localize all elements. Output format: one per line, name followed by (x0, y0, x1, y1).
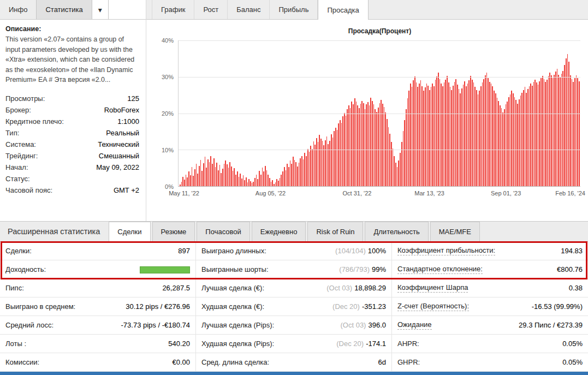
stats-tab-сделки[interactable]: Сделки (109, 222, 150, 241)
cell-value-main: -351.23 (362, 302, 386, 311)
drawdown-bar (513, 93, 514, 186)
drawdown-bar (218, 170, 219, 186)
info-panel: Инфо Статистика ▾ Описание: This version… (0, 0, 146, 221)
x-axis-label: Feb 16, '24 (555, 190, 585, 197)
drawdown-bar (562, 71, 563, 186)
drawdown-bar (438, 73, 439, 186)
drawdown-bar (384, 107, 385, 187)
drawdown-bar (194, 169, 195, 186)
drawdown-bar (184, 180, 185, 186)
x-axis-label: Sep 01, '23 (491, 190, 521, 197)
drawdown-bar (247, 182, 248, 186)
drawdown-bar (332, 138, 334, 186)
stats-tab-ежедневно[interactable]: Ежедневно (252, 222, 306, 241)
drawdown-bar (278, 181, 279, 186)
tab-info[interactable]: Инфо (0, 0, 36, 19)
stats-tab-длительность[interactable]: Длительность (365, 222, 428, 241)
cell-value-main: 100% (368, 247, 386, 255)
drawdown-bar (577, 78, 578, 186)
drawdown-bar (193, 176, 194, 186)
stats-tab-резюме[interactable]: Резюме (152, 222, 195, 241)
drawdown-bar (442, 86, 443, 186)
drawdown-bar (483, 79, 484, 186)
table-cell: Худшая сделка (€):(Dec 20)-351.23 (196, 297, 392, 316)
tab-statistics[interactable]: Статистика (36, 0, 92, 19)
stats-tab-risk-of-ruin[interactable]: Risk of Ruin (307, 222, 363, 241)
chart-tab-баланс[interactable]: Баланс (228, 0, 270, 19)
drawdown-bar (480, 86, 482, 186)
x-axis-label: Mar 13, '23 (414, 190, 444, 197)
chart-tab-прибыль[interactable]: Прибыль (270, 0, 318, 19)
stats-tab-mae-mfe[interactable]: MAE/MFE (430, 222, 480, 241)
x-axis-label: Aug 05, '22 (256, 190, 286, 197)
table-cell: Сред. длина сделка:6d (196, 353, 392, 371)
drawdown-bar (181, 182, 182, 186)
y-axis-label: 20% (152, 110, 174, 117)
drawdown-bar (286, 170, 287, 186)
chart-tab-просадка[interactable]: Просадка (318, 0, 368, 20)
drawdown-bar (447, 76, 448, 186)
info-row: Статус: (0, 173, 146, 184)
cell-label: Средний лосс: (5, 321, 54, 329)
description-text: This version «2.07» contains a group of … (5, 34, 139, 85)
drawdown-bar (326, 136, 328, 186)
chart-title: Просадка(Процент) (178, 27, 581, 35)
drawdown-bar (511, 91, 512, 186)
cell-value-main: 99% (372, 265, 386, 273)
gridline (179, 77, 580, 78)
drawdown-bar (573, 82, 574, 186)
drawdown-bar (533, 82, 534, 186)
drawdown-bar (291, 164, 292, 186)
drawdown-bar (495, 93, 496, 186)
drawdown-bar (265, 166, 266, 186)
drawdown-bar (419, 84, 420, 186)
drawdown-bar (272, 180, 273, 186)
drawdown-bar (549, 73, 550, 186)
drawdown-bar (299, 163, 300, 186)
cell-label: Худшая сделка (Pips): (201, 340, 274, 348)
drawdown-bar (234, 168, 235, 186)
drawdown-bar (182, 177, 183, 186)
drawdown-bar (319, 135, 320, 186)
cell-value-main: 30.12 pips / €276.96 (126, 302, 190, 311)
y-axis-label: 10% (152, 147, 174, 153)
table-cell: Стандартное отклонение:€800.76 (392, 260, 588, 278)
drawdown-bar (579, 81, 580, 186)
drawdown-bar (342, 116, 343, 186)
cell-value: 540.20 (168, 340, 190, 348)
drawdown-bar (196, 164, 197, 186)
drawdown-bar (229, 162, 230, 186)
drawdown-bar (417, 87, 418, 186)
drawdown-bar (266, 170, 268, 186)
drawdown-bar (410, 84, 411, 186)
drawdown-bar (391, 142, 392, 186)
footer-bar (0, 372, 588, 375)
drawdown-bar (257, 179, 258, 186)
cell-value-main: 396.0 (368, 321, 386, 329)
drawdown-bar (237, 171, 238, 186)
chevron-down-icon[interactable]: ▾ (92, 0, 109, 19)
drawdown-bar (338, 123, 339, 186)
drawdown-bar (260, 175, 262, 186)
table-cell: Доходность: (0, 260, 196, 278)
chart-tab-график[interactable]: График (152, 0, 194, 19)
cell-label: Лоты : (5, 340, 26, 348)
cell-value-main: 540.20 (168, 340, 190, 348)
drawdown-bar (444, 82, 445, 186)
stats-tab-почасовой[interactable]: Почасовой (197, 222, 250, 241)
cell-value-secondary: (786/793) (339, 265, 370, 273)
drawdown-bar (309, 152, 310, 186)
drawdown-bar (307, 149, 308, 186)
drawdown-bar (389, 134, 390, 186)
cell-label: Коэффициент прибыльности: (397, 246, 495, 255)
cell-value: 6d (378, 358, 386, 366)
drawdown-bar (510, 94, 511, 186)
drawdown-bar (526, 93, 527, 186)
drawdown-bar (203, 163, 204, 186)
drawdown-bar (459, 89, 460, 186)
drawdown-bar (461, 88, 462, 186)
chart-panel: ГрафикРостБалансПрибыльПросадка Просадка… (146, 0, 588, 221)
chart-tab-рост[interactable]: Рост (194, 0, 228, 19)
top-section: Инфо Статистика ▾ Описание: This version… (0, 0, 588, 222)
table-cell: Выигранные шорты:(786/793)99% (196, 260, 392, 278)
